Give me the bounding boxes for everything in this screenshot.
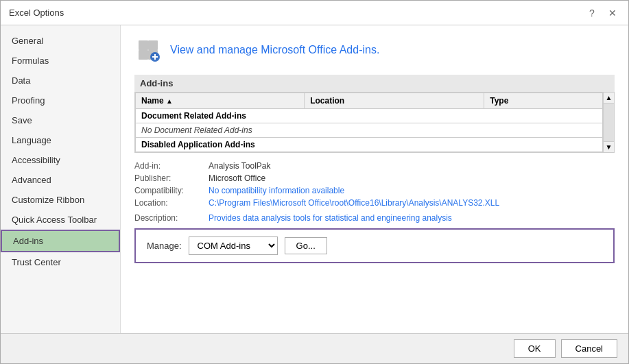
detail-row-publisher: Publisher: Microsoft Office xyxy=(134,173,615,183)
sidebar-item-add-ins[interactable]: Add-ins xyxy=(1,230,120,252)
compatibility-value: No compatibility information available xyxy=(209,186,344,195)
location-value: C:\Program Files\Microsoft Office\root\O… xyxy=(209,198,499,208)
sidebar-item-quick-access-toolbar[interactable]: Quick Access Toolbar xyxy=(1,210,120,230)
no-doc-addins: No Document Related Add-ins xyxy=(136,123,603,138)
title-bar: Excel Options ? ✕ xyxy=(1,1,628,25)
description-value: Provides data analysis tools for statist… xyxy=(209,213,452,223)
addins-table: Name ▲ Location Type Document Related Ad… xyxy=(135,93,603,152)
addin-label: Add-in: xyxy=(134,161,203,171)
sidebar-item-accessibility[interactable]: Accessibility xyxy=(1,150,120,170)
col-type[interactable]: Type xyxy=(484,93,603,109)
ok-button[interactable]: OK xyxy=(514,339,556,358)
scroll-up-button[interactable]: ▲ xyxy=(604,93,614,104)
header-text-static: View and manage xyxy=(170,44,261,56)
addin-value: Analysis ToolPak xyxy=(209,161,271,171)
svg-rect-2 xyxy=(148,40,158,50)
header-link: Microsoft Office Add-ins. xyxy=(261,44,379,56)
go-button[interactable]: Go... xyxy=(285,237,327,254)
help-button[interactable]: ? xyxy=(584,5,600,21)
detail-row-addin: Add-in: Analysis ToolPak xyxy=(134,161,615,171)
compatibility-label: Compatibility: xyxy=(134,186,203,195)
header-title: View and manage Microsoft Office Add-ins… xyxy=(170,44,379,56)
dialog-title: Excel Options xyxy=(9,8,64,18)
description-label: Description: xyxy=(134,213,203,223)
table-row: Document Related Add-ins xyxy=(136,109,603,123)
description-row: Description: Provides data analysis tool… xyxy=(134,213,615,223)
main-content: View and manage Microsoft Office Add-ins… xyxy=(121,25,628,333)
sidebar-item-general[interactable]: General xyxy=(1,31,120,51)
title-bar-controls: ? ✕ xyxy=(584,5,620,21)
col-name[interactable]: Name ▲ xyxy=(136,93,305,109)
table-row: Disabled Application Add-ins xyxy=(136,138,603,152)
sidebar-item-save[interactable]: Save xyxy=(1,110,120,130)
sidebar: General Formulas Data Proofing Save Lang… xyxy=(1,25,121,333)
table-row: No Document Related Add-ins xyxy=(136,123,603,138)
col-location[interactable]: Location xyxy=(305,93,484,109)
addins-table-wrapper: Name ▲ Location Type Document Related Ad… xyxy=(134,92,615,153)
close-button[interactable]: ✕ xyxy=(605,5,620,21)
details-section: Add-in: Analysis ToolPak Publisher: Micr… xyxy=(134,161,615,223)
addins-section-label: Add-ins xyxy=(134,75,615,92)
sidebar-item-trust-center[interactable]: Trust Center xyxy=(1,252,120,272)
disabled-addins-header: Disabled Application Add-ins xyxy=(136,138,603,152)
manage-dropdown[interactable]: COM Add-ins Excel Add-ins Word Add-ins D… xyxy=(189,236,278,255)
cancel-button[interactable]: Cancel xyxy=(561,339,617,358)
publisher-value: Microsoft Office xyxy=(209,173,265,183)
location-label: Location: xyxy=(134,198,203,208)
sidebar-item-proofing[interactable]: Proofing xyxy=(1,90,120,110)
svg-rect-0 xyxy=(139,40,148,50)
excel-options-dialog: Excel Options ? ✕ General Formulas Data … xyxy=(0,0,629,364)
scroll-down-button[interactable]: ▼ xyxy=(604,141,614,152)
table-scrollbar: ▲ ▼ xyxy=(603,93,614,152)
sidebar-item-language[interactable]: Language xyxy=(1,130,120,150)
sidebar-item-data[interactable]: Data xyxy=(1,71,120,90)
sidebar-item-customize-ribbon[interactable]: Customize Ribbon xyxy=(1,190,120,210)
manage-bar: Manage: COM Add-ins Excel Add-ins Word A… xyxy=(134,228,615,263)
scroll-track xyxy=(604,104,614,141)
detail-row-compatibility: Compatibility: No compatibility informat… xyxy=(134,186,615,195)
manage-label: Manage: xyxy=(147,241,182,251)
doc-related-header: Document Related Add-ins xyxy=(136,109,603,123)
dialog-body: General Formulas Data Proofing Save Lang… xyxy=(1,25,628,333)
sort-arrow-name: ▲ xyxy=(166,97,173,105)
svg-rect-1 xyxy=(139,50,148,60)
sidebar-item-formulas[interactable]: Formulas xyxy=(1,51,120,71)
publisher-label: Publisher: xyxy=(134,173,203,183)
header-section: View and manage Microsoft Office Add-ins… xyxy=(134,36,615,64)
addins-icon xyxy=(134,36,162,64)
sidebar-item-advanced[interactable]: Advanced xyxy=(1,170,120,190)
dialog-footer: OK Cancel xyxy=(1,333,628,363)
detail-row-location: Location: C:\Program Files\Microsoft Off… xyxy=(134,198,615,208)
